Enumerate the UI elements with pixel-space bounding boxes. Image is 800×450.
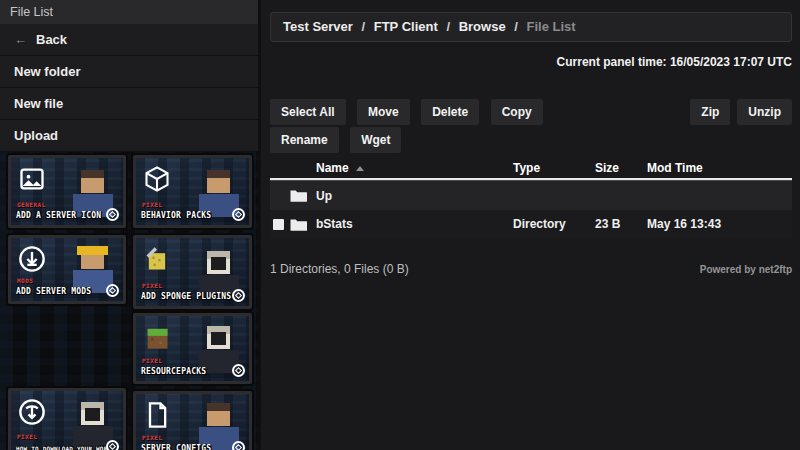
column-header-type[interactable]: Type bbox=[513, 161, 595, 175]
select-all-button[interactable]: Select All bbox=[270, 99, 346, 125]
video-thumbnail[interactable]: PIXEL HOW TO DOWNLOAD YOUR WORLD bbox=[8, 388, 126, 450]
sidebar: File List ←Back New folder New file Uplo… bbox=[0, 0, 258, 450]
file-type: Directory bbox=[513, 217, 595, 231]
status-bar: 1 Directories, 0 Files (0 B) Powered by … bbox=[270, 262, 792, 276]
arrow-left-icon: ← bbox=[14, 32, 27, 47]
video-thumbnail[interactable]: PIXEL SERVER CONFIGS bbox=[133, 391, 252, 450]
panel-time-label: Current panel time: bbox=[557, 55, 667, 69]
zip-button[interactable]: Zip bbox=[690, 99, 730, 125]
breadcrumb-separator: / bbox=[446, 19, 450, 34]
breadcrumb-separator: / bbox=[514, 19, 518, 34]
video-title: RESOURCEPACKS bbox=[141, 367, 234, 376]
folder-icon bbox=[290, 189, 316, 202]
brand-logo-icon bbox=[232, 208, 245, 221]
video-category: PIXEL bbox=[142, 282, 163, 289]
panel-time-value: 16/05/2023 17:07 UTC bbox=[670, 55, 792, 69]
file-icon bbox=[143, 401, 171, 429]
breadcrumb-test-server[interactable]: Test Server bbox=[283, 19, 353, 34]
video-title: ADD A SERVER ICON bbox=[16, 211, 108, 220]
brand-logo-icon bbox=[232, 364, 245, 377]
image-icon bbox=[18, 165, 46, 193]
video-category: GENERAL bbox=[17, 201, 46, 208]
back-label: Back bbox=[36, 32, 67, 47]
video-title: ADD SPONGE PLUGINS bbox=[141, 292, 234, 301]
panel-time: Current panel time: 16/05/2023 17:07 UTC bbox=[557, 55, 792, 69]
sort-ascending-icon bbox=[356, 166, 364, 171]
brand-logo-icon bbox=[232, 289, 245, 302]
circle-arrow-icon bbox=[18, 398, 46, 426]
folder-icon bbox=[290, 218, 316, 231]
column-header-modtime[interactable]: Mod Time bbox=[647, 161, 792, 175]
column-header-size[interactable]: Size bbox=[595, 161, 647, 175]
table-row-bstats: bStats Directory 23 B May 16 13:43 bbox=[270, 210, 792, 238]
video-thumbnail[interactable]: PIXEL BEHAVIOR PACKS bbox=[133, 155, 252, 228]
brand-logo-icon bbox=[106, 208, 119, 221]
wget-button[interactable]: Wget bbox=[350, 127, 401, 153]
brand-logo-icon bbox=[232, 441, 245, 450]
row-checkbox[interactable] bbox=[273, 219, 284, 230]
download-icon bbox=[18, 245, 46, 273]
sidebar-item-upload[interactable]: Upload bbox=[0, 120, 258, 152]
video-category: MODS bbox=[17, 277, 33, 284]
rename-button[interactable]: Rename bbox=[270, 127, 339, 153]
cube-icon bbox=[143, 165, 171, 193]
table-row-up: Up bbox=[270, 181, 792, 210]
video-title: SERVER CONFIGS bbox=[141, 444, 234, 450]
powered-by: Powered by net2ftp bbox=[700, 264, 792, 275]
brand-logo-icon bbox=[106, 440, 119, 450]
breadcrumb-browse[interactable]: Browse bbox=[459, 19, 506, 34]
toolbar-row-1: Select All Move Delete Copy Unzip Zip bbox=[270, 99, 792, 125]
video-category: PIXEL bbox=[17, 433, 38, 440]
video-category: PIXEL bbox=[142, 434, 163, 441]
breadcrumb-file-list: File List bbox=[527, 19, 576, 34]
table-header-row: Name Type Size Mod Time bbox=[270, 157, 792, 178]
new-folder-label: New folder bbox=[14, 64, 80, 79]
copy-button[interactable]: Copy bbox=[491, 99, 543, 125]
file-name-up[interactable]: Up bbox=[316, 189, 513, 203]
upload-label: Upload bbox=[14, 128, 58, 143]
new-file-label: New file bbox=[14, 96, 63, 111]
toolbar-row-2: Rename Wget bbox=[270, 127, 792, 153]
video-title: BEHAVIOR PACKS bbox=[141, 211, 234, 220]
main-panel: Test Server / FTP Client / Browse / File… bbox=[261, 0, 800, 450]
video-title: ADD SERVER MODS bbox=[16, 287, 108, 296]
unzip-button[interactable]: Unzip bbox=[737, 99, 792, 125]
video-thumbnail[interactable]: MODS ADD SERVER MODS bbox=[8, 235, 126, 304]
video-category: PIXEL bbox=[142, 201, 163, 208]
move-button[interactable]: Move bbox=[357, 99, 410, 125]
file-table: Name Type Size Mod Time Up bStats Direct… bbox=[270, 157, 792, 238]
video-thumbnail[interactable]: GENERAL ADD A SERVER ICON bbox=[8, 155, 126, 228]
file-name-bstats[interactable]: bStats bbox=[316, 217, 513, 231]
brand-logo-icon bbox=[106, 284, 119, 297]
video-title: HOW TO DOWNLOAD YOUR WORLD bbox=[16, 445, 108, 450]
file-modtime: May 16 13:43 bbox=[647, 217, 792, 231]
sidebar-title: File List bbox=[0, 0, 258, 24]
file-size: 23 B bbox=[595, 217, 647, 231]
sidebar-item-new-file[interactable]: New file bbox=[0, 88, 258, 120]
directory-summary: 1 Directories, 0 Files (0 B) bbox=[270, 262, 409, 276]
video-thumbnail[interactable]: PIXEL RESOURCEPACKS bbox=[133, 313, 252, 384]
sponge-icon bbox=[143, 245, 171, 273]
breadcrumb-ftp-client[interactable]: FTP Client bbox=[374, 19, 438, 34]
grass-block-icon bbox=[143, 323, 171, 351]
breadcrumb-separator: / bbox=[361, 19, 365, 34]
delete-button[interactable]: Delete bbox=[421, 99, 479, 125]
sidebar-item-new-folder[interactable]: New folder bbox=[0, 56, 258, 88]
video-thumbnail[interactable]: PIXEL ADD SPONGE PLUGINS bbox=[133, 235, 252, 309]
column-header-name[interactable]: Name bbox=[316, 161, 513, 175]
video-category: PIXEL bbox=[142, 357, 163, 364]
breadcrumb: Test Server / FTP Client / Browse / File… bbox=[270, 12, 792, 42]
sidebar-item-back[interactable]: ←Back bbox=[0, 24, 258, 56]
